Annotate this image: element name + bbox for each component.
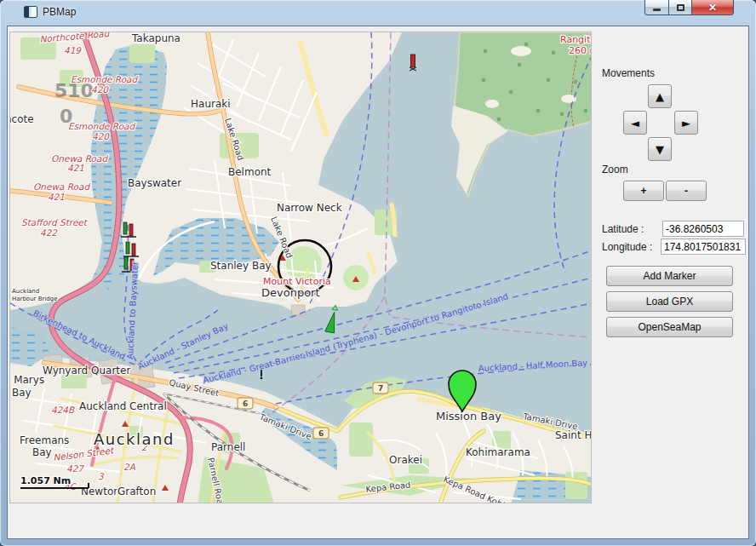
longitude-input[interactable] [661, 239, 746, 255]
label-northcote: Northcote [10, 113, 34, 125]
label-ref-427: 427 [66, 463, 84, 474]
shield-7: 7 [378, 384, 383, 393]
app-icon [24, 6, 37, 18]
move-down-button[interactable]: ▼ [648, 137, 672, 161]
label-ref-419: 419 [64, 45, 82, 55]
add-marker-button[interactable]: Add Marker [606, 266, 733, 286]
left-arrow-icon: ◄ [631, 117, 639, 129]
label-ref-421a: 421 [67, 163, 84, 173]
label-orakei: Orakei [389, 454, 422, 466]
latitude-label: Latitude : [602, 223, 644, 235]
label-ref-2a: 2A [123, 462, 136, 472]
label-wynyard-quarter: Wynyard Quarter [43, 365, 130, 376]
label-harbour-bridge-1: Auckland [12, 288, 39, 295]
minimize-button[interactable] [644, 0, 669, 15]
label-grafton: Grafton [117, 486, 156, 497]
label-rangitoto-elevation: 260 m [569, 45, 592, 56]
down-arrow-icon: ▼ [656, 143, 664, 156]
label-freemans-bay: Bay [32, 446, 52, 458]
maximize-button[interactable] [669, 0, 692, 15]
scale-label: 1.057 Nm [20, 475, 71, 486]
longitude-label: Longitude : [602, 241, 652, 253]
label-narrow-neck: Narrow Neck [277, 202, 342, 214]
label-rangitoto: Rangitoto [560, 34, 592, 45]
label-st-marys: St Marys [10, 374, 44, 386]
label-belmont: Belmont [228, 166, 272, 178]
load-gpx-button[interactable]: Load GPX [606, 291, 733, 312]
window-title: PBMap [43, 6, 76, 18]
label-auckland: Auckland [94, 430, 175, 448]
label-devonport: Devonport [261, 286, 320, 299]
latitude-input[interactable] [662, 221, 744, 237]
label-ref-420b: 420 [92, 131, 110, 141]
app-window: PBMap ✕ [0, 0, 756, 546]
label-parnell: Parnell [211, 441, 245, 453]
map-viewport[interactable]: 6 6 7 510 0 Northcote Road 419 Esmonde R… [9, 32, 592, 503]
label-ref-420a: 420 [91, 84, 109, 95]
label-esmonde-road-1: Esmonde Road [71, 74, 139, 84]
label-hauraki: Hauraki [191, 98, 231, 110]
label-freemans: Freemans [20, 434, 69, 446]
zoom-out-button[interactable]: - [666, 181, 707, 201]
label-harbour-bridge-2: Harbour Bridge [12, 296, 58, 302]
label-kohimarama: Kohimarama [466, 446, 530, 458]
move-left-button[interactable]: ◄ [623, 111, 647, 135]
label-stafford-street: Stafford Street [21, 217, 89, 227]
close-icon: ✕ [708, 3, 717, 13]
right-arrow-icon: ► [682, 117, 690, 129]
label-auckland-central: Auckland Central [79, 400, 167, 412]
zoom-in-button[interactable]: + [623, 181, 664, 201]
up-arrow-icon: ▲ [656, 90, 664, 103]
map-canvas[interactable]: 6 6 7 510 0 Northcote Road 419 Esmonde R… [10, 32, 592, 503]
close-button[interactable]: ✕ [692, 0, 734, 15]
move-up-button[interactable]: ▲ [648, 84, 672, 108]
label-st-marys-bay: Bay [12, 387, 32, 399]
shield-6: 6 [243, 399, 248, 408]
maximize-icon [677, 4, 684, 11]
label-mission-bay: Mission Bay [436, 410, 501, 422]
label-saint-heliers: Saint Heliers [555, 429, 592, 441]
shield-6b: 6 [318, 429, 324, 438]
label-ref-424b: 424B [51, 405, 75, 415]
label-ref-421b: 421 [48, 192, 65, 202]
label-esmonde-road-2: Esmonde Road [68, 121, 136, 131]
minimize-icon [653, 9, 661, 11]
openseamap-button[interactable]: OpenSeaMap [606, 317, 733, 337]
label-stanley-bay: Stanley Bay [210, 260, 272, 272]
client-area: 6 6 7 510 0 Northcote Road 419 Esmonde R… [7, 26, 749, 539]
label-ref-422: 422 [40, 227, 58, 238]
label-takapuna: Takapuna [131, 32, 180, 44]
titlebar[interactable]: PBMap ✕ [0, 0, 756, 26]
move-right-button[interactable]: ► [674, 111, 698, 135]
label-bayswater: Bayswater [128, 177, 181, 189]
movements-label: Movements [602, 67, 655, 79]
zoom-label: Zoom [602, 164, 628, 175]
label-onewa-road-2: Onewa Road [33, 181, 90, 192]
